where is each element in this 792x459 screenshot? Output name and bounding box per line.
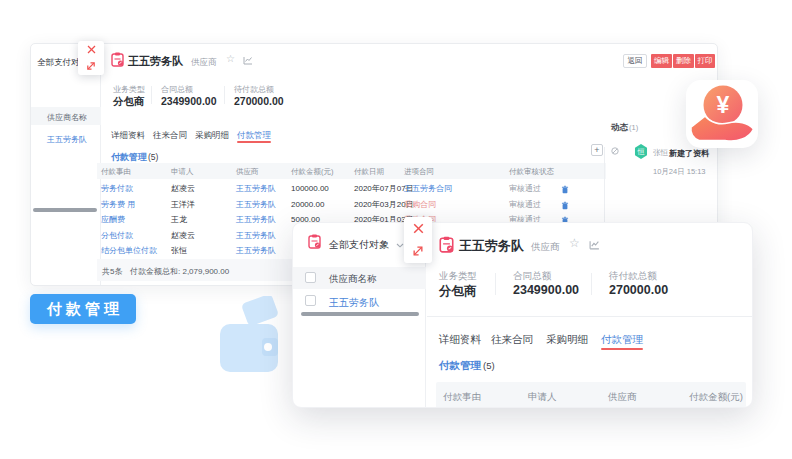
col-supplier: 供应商 — [608, 391, 637, 404]
star-icon[interactable]: ☆ — [226, 53, 235, 64]
back-window-controls — [78, 41, 104, 75]
coin-hand-icon: ¥ — [686, 80, 758, 148]
footer-sum: 付款金额总和: 2,079,900.00 — [130, 266, 229, 277]
star-icon[interactable]: ☆ — [569, 236, 580, 250]
cell-reason[interactable]: 劳务费 用 — [101, 197, 135, 212]
expand-icon[interactable] — [86, 61, 96, 71]
cell-reason[interactable]: 结分包单位付款 — [101, 243, 157, 258]
select-all-checkbox[interactable] — [305, 272, 316, 283]
print-button[interactable]: 打印 — [695, 54, 715, 68]
cell-amount: 20000.00 — [291, 197, 324, 212]
cell-supplier[interactable]: 王五劳务队 — [236, 197, 276, 212]
add-payment-button[interactable]: + — [591, 144, 603, 156]
stat-label: 业务类型 — [439, 270, 477, 283]
col-amount: 付款金额(元) — [291, 167, 334, 177]
cell-applicant: 王龙 — [171, 212, 187, 227]
cell-supplier[interactable]: 王五劳务队 — [236, 181, 276, 196]
back-sidebar-column-header: 供应商名称 — [31, 107, 101, 125]
edit-button[interactable]: 编辑 — [651, 54, 672, 68]
active-tab-underline — [601, 348, 643, 350]
supplier-name-header: 供应商名称 — [47, 112, 87, 123]
supplier-name-header: 供应商名称 — [329, 273, 377, 286]
stat-label: 业务类型 — [113, 84, 145, 95]
tab-purchase[interactable]: 采购明细 — [546, 333, 588, 347]
close-icon[interactable] — [87, 45, 96, 54]
col-applicant: 申请人 — [171, 167, 194, 177]
section-title: 付款管理 — [439, 359, 481, 373]
delete-button[interactable]: 删除 — [673, 54, 694, 68]
cell-supplier[interactable]: 王五劳务队 — [236, 243, 276, 258]
row-checkbox[interactable] — [305, 295, 316, 306]
cell-applicant: 王洋洋 — [171, 197, 195, 212]
header-separator — [427, 316, 753, 317]
tab-details[interactable]: 详细资料 — [111, 130, 145, 142]
tab-details[interactable]: 详细资料 — [439, 333, 481, 347]
section-count: (5) — [148, 152, 158, 162]
col-applicant: 申请人 — [528, 391, 557, 404]
stat-label: 待付款总额 — [609, 270, 657, 283]
back-sidebar-item-supplier[interactable]: 王五劳务队 — [47, 134, 87, 145]
activity-action: 新建了资料 — [669, 148, 709, 159]
activity-title: 动态 — [611, 122, 628, 134]
tab-payments[interactable]: 付款管理 — [601, 333, 643, 347]
clipboard-icon — [308, 234, 321, 249]
col-amount: 付款金额(元) — [689, 391, 743, 404]
chevron-down-icon[interactable] — [396, 243, 404, 248]
back-button[interactable]: 返回 — [623, 54, 647, 68]
stat-divider — [224, 86, 225, 104]
close-icon[interactable] — [413, 223, 424, 234]
stat-label: 合同总额 — [513, 270, 551, 283]
page: 全部支付对象 供应商名称 王五劳务队 王五劳务队 供应商 ☆ — [0, 0, 792, 459]
detail-window-front: 全部支付对象 供应商名称 王五劳务队 王五劳务队 供应商 ☆ 业务类型 分包商 — [292, 222, 753, 408]
col-date: 付款日期 — [354, 167, 384, 177]
expand-icon[interactable] — [412, 245, 424, 257]
cell-applicant: 赵凌云 — [171, 228, 195, 243]
clipboard-icon — [439, 236, 454, 253]
tab-contracts[interactable]: 往来合同 — [153, 130, 187, 142]
sidebar-hscrollbar[interactable] — [301, 312, 419, 316]
cell-reason[interactable]: 分包付款 — [101, 228, 133, 243]
cell-reason[interactable]: 应酬费 — [101, 212, 125, 227]
stat-value: 270000.00 — [234, 95, 284, 107]
yuan-symbol: ¥ — [717, 92, 730, 118]
front-window-controls — [404, 217, 432, 263]
cell-supplier[interactable]: 王五劳务队 — [236, 212, 276, 227]
stat-value: 分包商 — [113, 95, 145, 109]
status-icon — [611, 147, 619, 155]
stat-value: 270000.00 — [609, 283, 668, 297]
cell-reason[interactable]: 劳务付款 — [101, 181, 133, 196]
section-count: (5) — [483, 360, 495, 371]
cell-supplier[interactable]: 王五劳务队 — [236, 228, 276, 243]
payment-feature-card: ¥ — [686, 80, 758, 148]
stat-label: 合同总额 — [161, 84, 193, 95]
table-header-row: 付款事由 申请人 供应商 付款金额(元) — [436, 382, 746, 408]
feature-label: 付款管理 — [30, 294, 136, 324]
col-reason: 付款事由 — [443, 391, 481, 404]
col-status: 付款审核状态 — [509, 167, 554, 177]
cell-applicant: 赵凌云 — [171, 181, 195, 196]
col-contract: 进项合同 — [404, 167, 434, 177]
cell-status: 审核通过 — [509, 197, 541, 212]
trend-icon[interactable] — [589, 240, 600, 250]
stat-divider — [151, 86, 152, 104]
clipboard-icon — [111, 52, 124, 67]
stat-divider — [495, 273, 496, 295]
activity-user: 张恒 — [653, 148, 668, 158]
trend-icon[interactable] — [243, 56, 253, 65]
stat-value: 2349900.00 — [513, 283, 579, 297]
stat-value: 2349900.00 — [161, 95, 216, 107]
stat-value: 分包商 — [439, 283, 477, 300]
cell-contract[interactable]: 采购合同 — [404, 197, 436, 212]
stat-divider — [591, 273, 592, 295]
back-page-title: 王五劳务队 — [128, 54, 183, 69]
tab-purchase[interactable]: 采购明细 — [195, 130, 229, 142]
activity-count: (1) — [629, 123, 638, 132]
tab-contracts[interactable]: 往来合同 — [491, 333, 533, 347]
front-sidebar-item[interactable]: 王五劳务队 — [293, 289, 426, 311]
active-tab-underline — [237, 141, 271, 143]
payee-filter-dropdown[interactable]: 全部支付对象 — [329, 238, 389, 252]
front-entity-type: 供应商 — [531, 241, 560, 254]
col-reason: 付款事由 — [101, 167, 131, 177]
col-supplier: 供应商 — [236, 167, 259, 177]
cell-contract[interactable]: 王五劳务合同 — [404, 181, 452, 196]
